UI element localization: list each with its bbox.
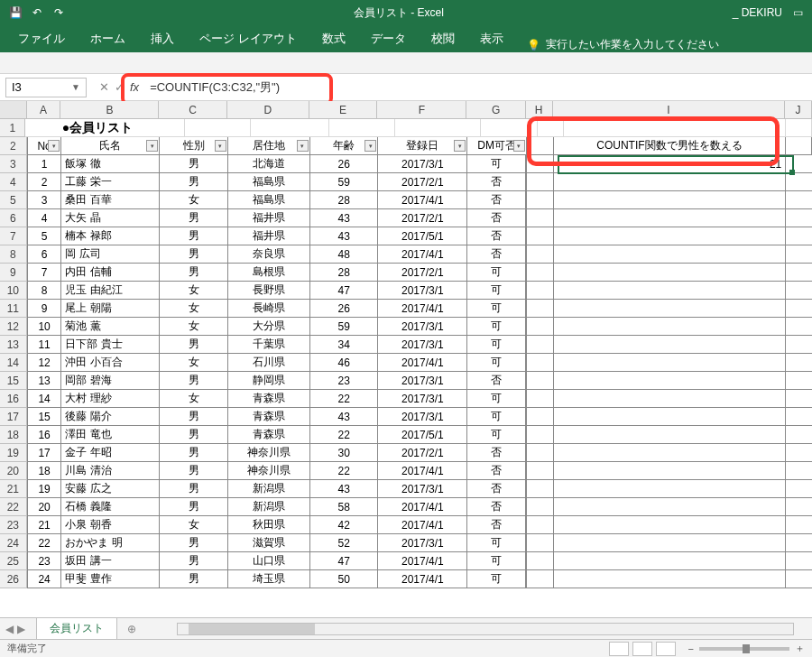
cell[interactable]: [526, 390, 553, 408]
row-header[interactable]: 10: [0, 282, 27, 300]
cell[interactable]: [526, 354, 553, 372]
cell[interactable]: [553, 480, 786, 498]
cell-dm[interactable]: 可: [466, 426, 525, 444]
cell[interactable]: [785, 534, 812, 552]
row-header[interactable]: 19: [0, 444, 27, 462]
cell[interactable]: [538, 119, 564, 137]
cell-date[interactable]: 2017/2/1: [377, 264, 466, 282]
row-header[interactable]: 26: [0, 570, 27, 588]
cell-no[interactable]: 9: [27, 300, 61, 318]
cell-sex[interactable]: 男: [159, 570, 226, 588]
cell[interactable]: [526, 516, 553, 534]
cell-no[interactable]: 14: [27, 390, 61, 408]
cell[interactable]: [526, 426, 553, 444]
cell-name[interactable]: 飯塚 徹: [60, 155, 159, 173]
countif-result[interactable]: 21: [553, 155, 786, 173]
cell-sex[interactable]: 男: [159, 480, 226, 498]
cell[interactable]: [785, 264, 812, 282]
cell[interactable]: [526, 264, 553, 282]
cell[interactable]: [526, 191, 553, 209]
cell[interactable]: [526, 137, 553, 155]
cell-dm[interactable]: 可: [466, 336, 525, 354]
cell-dm[interactable]: 否: [466, 209, 525, 227]
cell-date[interactable]: 2017/2/1: [377, 444, 466, 462]
cell-sex[interactable]: 女: [159, 390, 226, 408]
cell-age[interactable]: 22: [309, 462, 377, 480]
cell[interactable]: [785, 173, 812, 191]
cell-date[interactable]: 2017/3/1: [377, 282, 466, 300]
cell[interactable]: [553, 498, 786, 516]
cell-name[interactable]: 工藤 栄一: [60, 173, 159, 191]
cell[interactable]: [785, 480, 812, 498]
cell-age[interactable]: 47: [309, 552, 377, 570]
cell-date[interactable]: 2017/4/1: [377, 245, 466, 264]
cell[interactable]: [526, 336, 553, 354]
cell-sex[interactable]: 男: [159, 444, 226, 462]
cell-no[interactable]: 17: [27, 444, 61, 462]
cancel-icon[interactable]: ✕: [99, 80, 109, 94]
cell-date[interactable]: 2017/3/1: [377, 390, 466, 408]
cell-no[interactable]: 6: [27, 245, 61, 264]
cell-area[interactable]: 奈良県: [227, 245, 309, 264]
cell[interactable]: [785, 462, 812, 480]
cell[interactable]: [526, 300, 553, 318]
table-header[interactable]: DM可否▾: [466, 137, 525, 155]
row-header[interactable]: 5: [0, 191, 27, 209]
table-header[interactable]: 性別▾: [159, 137, 226, 155]
cell-date[interactable]: 2017/4/1: [377, 552, 466, 570]
cell[interactable]: [553, 245, 786, 264]
cell-no[interactable]: 2: [27, 173, 61, 191]
cell[interactable]: [329, 119, 394, 137]
cell-no[interactable]: 3: [27, 191, 61, 209]
cell-age[interactable]: 43: [309, 408, 377, 426]
undo-icon[interactable]: ↶: [27, 3, 47, 23]
cell-date[interactable]: 2017/3/1: [377, 408, 466, 426]
cell-age[interactable]: 43: [309, 209, 377, 227]
cell-sex[interactable]: 男: [159, 552, 226, 570]
col-header-H[interactable]: H: [526, 101, 553, 118]
cell-name[interactable]: 沖田 小百合: [60, 354, 159, 372]
row-header[interactable]: 14: [0, 354, 27, 372]
cell-sex[interactable]: 女: [159, 300, 226, 318]
cell-name[interactable]: 金子 年昭: [60, 444, 159, 462]
cell-date[interactable]: 2017/4/1: [377, 498, 466, 516]
cell-dm[interactable]: 可: [466, 552, 525, 570]
cell[interactable]: [785, 209, 812, 227]
cell-name[interactable]: 楠本 禄郎: [60, 227, 159, 245]
row-header[interactable]: 22: [0, 498, 27, 516]
cell-no[interactable]: 10: [27, 318, 61, 336]
cell-area[interactable]: 山口県: [227, 552, 309, 570]
save-icon[interactable]: 💾: [5, 3, 25, 23]
cell-sex[interactable]: 男: [159, 462, 226, 480]
cell[interactable]: [785, 137, 812, 155]
cell-dm[interactable]: 否: [466, 498, 525, 516]
cell-no[interactable]: 4: [27, 209, 61, 227]
cell-age[interactable]: 52: [309, 534, 377, 552]
row-header[interactable]: 9: [0, 264, 27, 282]
cell[interactable]: [553, 336, 786, 354]
cell-sex[interactable]: 男: [159, 372, 226, 390]
enter-icon[interactable]: ✓: [115, 80, 125, 94]
row-header[interactable]: 7: [0, 227, 27, 245]
row-header[interactable]: 1: [0, 119, 25, 137]
cell[interactable]: [553, 191, 786, 209]
col-header-C[interactable]: C: [159, 101, 226, 118]
cell[interactable]: [526, 245, 553, 264]
cell-dm[interactable]: 可: [466, 390, 525, 408]
worksheet-grid[interactable]: A B C D E F G H I J 1●会員リスト2No▾氏名▾性別▾居住地…: [0, 101, 812, 643]
cell-age[interactable]: 30: [309, 444, 377, 462]
cell-area[interactable]: 長野県: [227, 282, 309, 300]
table-header[interactable]: 登録日▾: [377, 137, 466, 155]
cell[interactable]: [526, 570, 553, 588]
cell-age[interactable]: 48: [309, 245, 377, 264]
cell-date[interactable]: 2017/3/1: [377, 372, 466, 390]
cell-no[interactable]: 13: [27, 372, 61, 390]
tell-me-search[interactable]: 💡 実行したい作業を入力してください: [527, 37, 719, 52]
cell-area[interactable]: 千葉県: [227, 336, 309, 354]
row-header[interactable]: 18: [0, 426, 27, 444]
cell-area[interactable]: 神奈川県: [227, 462, 309, 480]
cell-no[interactable]: 22: [27, 534, 61, 552]
cell[interactable]: [526, 534, 553, 552]
cell-dm[interactable]: 否: [466, 191, 525, 209]
cell[interactable]: [185, 119, 250, 137]
